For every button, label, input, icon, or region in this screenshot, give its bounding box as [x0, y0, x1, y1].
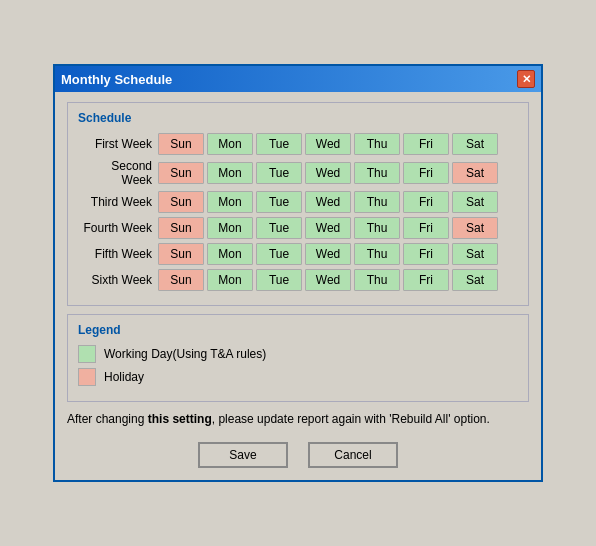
- save-button[interactable]: Save: [198, 442, 288, 468]
- day-cell-fri[interactable]: Fri: [403, 217, 449, 239]
- legend-group-label: Legend: [78, 323, 518, 337]
- day-cell-thu[interactable]: Thu: [354, 162, 400, 184]
- day-cell-sat[interactable]: Sat: [452, 191, 498, 213]
- day-cells: SunMonTueWedThuFriSat: [158, 217, 498, 239]
- day-cell-sun[interactable]: Sun: [158, 133, 204, 155]
- close-button[interactable]: ✕: [517, 70, 535, 88]
- window-body: Schedule First WeekSunMonTueWedThuFriSat…: [55, 92, 541, 480]
- legend-item: Holiday: [78, 368, 518, 386]
- day-cell-fri[interactable]: Fri: [403, 243, 449, 265]
- day-cell-wed[interactable]: Wed: [305, 243, 351, 265]
- day-cell-mon[interactable]: Mon: [207, 133, 253, 155]
- day-cell-sun[interactable]: Sun: [158, 162, 204, 184]
- week-label: Sixth Week: [78, 273, 158, 287]
- cancel-button[interactable]: Cancel: [308, 442, 398, 468]
- day-cell-sun[interactable]: Sun: [158, 269, 204, 291]
- day-cell-mon[interactable]: Mon: [207, 217, 253, 239]
- week-row: Third WeekSunMonTueWedThuFriSat: [78, 191, 518, 213]
- legend-color-box: [78, 345, 96, 363]
- day-cell-mon[interactable]: Mon: [207, 269, 253, 291]
- day-cell-sat[interactable]: Sat: [452, 243, 498, 265]
- day-cells: SunMonTueWedThuFriSat: [158, 133, 498, 155]
- day-cell-mon[interactable]: Mon: [207, 191, 253, 213]
- day-cell-sun[interactable]: Sun: [158, 243, 204, 265]
- day-cell-sat[interactable]: Sat: [452, 269, 498, 291]
- day-cell-wed[interactable]: Wed: [305, 191, 351, 213]
- legend-label: Holiday: [104, 370, 144, 384]
- legend-label: Working Day(Using T&A rules): [104, 347, 266, 361]
- monthly-schedule-dialog: Monthly Schedule ✕ Schedule First WeekSu…: [53, 64, 543, 482]
- week-row: Fourth WeekSunMonTueWedThuFriSat: [78, 217, 518, 239]
- day-cell-thu[interactable]: Thu: [354, 217, 400, 239]
- day-cell-thu[interactable]: Thu: [354, 191, 400, 213]
- day-cell-thu[interactable]: Thu: [354, 243, 400, 265]
- day-cell-sun[interactable]: Sun: [158, 191, 204, 213]
- title-bar: Monthly Schedule ✕: [55, 66, 541, 92]
- week-row: Fifth WeekSunMonTueWedThuFriSat: [78, 243, 518, 265]
- day-cell-tue[interactable]: Tue: [256, 243, 302, 265]
- week-label: Third Week: [78, 195, 158, 209]
- week-row: Sixth WeekSunMonTueWedThuFriSat: [78, 269, 518, 291]
- schedule-rows: First WeekSunMonTueWedThuFriSatSecond We…: [78, 133, 518, 291]
- week-label: Fifth Week: [78, 247, 158, 261]
- day-cell-fri[interactable]: Fri: [403, 133, 449, 155]
- day-cell-sun[interactable]: Sun: [158, 217, 204, 239]
- day-cell-tue[interactable]: Tue: [256, 269, 302, 291]
- day-cells: SunMonTueWedThuFriSat: [158, 191, 498, 213]
- day-cell-fri[interactable]: Fri: [403, 191, 449, 213]
- day-cell-sat[interactable]: Sat: [452, 133, 498, 155]
- day-cell-tue[interactable]: Tue: [256, 162, 302, 184]
- day-cells: SunMonTueWedThuFriSat: [158, 243, 498, 265]
- day-cell-fri[interactable]: Fri: [403, 269, 449, 291]
- day-cell-tue[interactable]: Tue: [256, 191, 302, 213]
- day-cell-mon[interactable]: Mon: [207, 162, 253, 184]
- legend-item: Working Day(Using T&A rules): [78, 345, 518, 363]
- day-cell-tue[interactable]: Tue: [256, 133, 302, 155]
- note-text: After changing this setting, please upda…: [67, 410, 529, 428]
- day-cell-mon[interactable]: Mon: [207, 243, 253, 265]
- day-cell-thu[interactable]: Thu: [354, 269, 400, 291]
- day-cell-thu[interactable]: Thu: [354, 133, 400, 155]
- week-row: Second WeekSunMonTueWedThuFriSat: [78, 159, 518, 187]
- day-cells: SunMonTueWedThuFriSat: [158, 162, 498, 184]
- week-label: Second Week: [78, 159, 158, 187]
- day-cell-wed[interactable]: Wed: [305, 269, 351, 291]
- button-row: Save Cancel: [67, 442, 529, 468]
- day-cell-sat[interactable]: Sat: [452, 217, 498, 239]
- schedule-group: Schedule First WeekSunMonTueWedThuFriSat…: [67, 102, 529, 306]
- day-cells: SunMonTueWedThuFriSat: [158, 269, 498, 291]
- day-cell-fri[interactable]: Fri: [403, 162, 449, 184]
- schedule-group-label: Schedule: [78, 111, 518, 125]
- day-cell-wed[interactable]: Wed: [305, 162, 351, 184]
- day-cell-wed[interactable]: Wed: [305, 133, 351, 155]
- day-cell-tue[interactable]: Tue: [256, 217, 302, 239]
- legend-items: Working Day(Using T&A rules)Holiday: [78, 345, 518, 386]
- day-cell-sat[interactable]: Sat: [452, 162, 498, 184]
- day-cell-wed[interactable]: Wed: [305, 217, 351, 239]
- week-row: First WeekSunMonTueWedThuFriSat: [78, 133, 518, 155]
- week-label: Fourth Week: [78, 221, 158, 235]
- week-label: First Week: [78, 137, 158, 151]
- legend-color-box: [78, 368, 96, 386]
- window-title: Monthly Schedule: [61, 72, 172, 87]
- legend-group: Legend Working Day(Using T&A rules)Holid…: [67, 314, 529, 402]
